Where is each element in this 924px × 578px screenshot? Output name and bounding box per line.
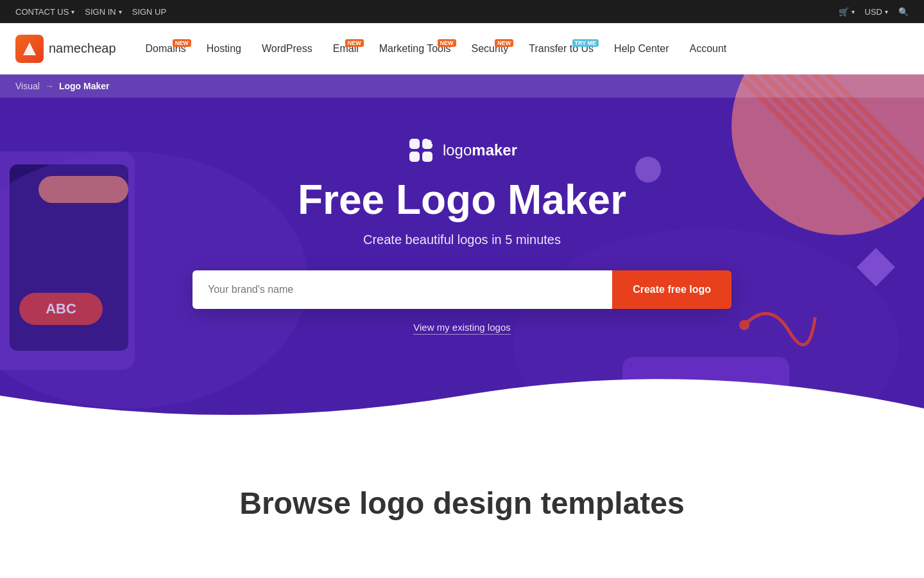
domains-badge: NEW <box>173 39 191 47</box>
svg-rect-34 <box>422 152 432 162</box>
browse-title: Browse logo design templates <box>15 486 909 521</box>
transfer-badge: TRY ME <box>572 39 599 47</box>
cart-icon: 🛒 <box>839 7 849 17</box>
nav-item-account[interactable]: Account <box>680 38 735 60</box>
sign-in-link[interactable]: SIGN IN ▾ <box>85 7 121 17</box>
nav-item-email[interactable]: NEW Email <box>324 38 368 60</box>
sign-up-link[interactable]: SIGN UP <box>132 7 166 17</box>
hero-subtitle: Create beautiful logos in 5 minutes <box>363 232 561 247</box>
svg-rect-31 <box>409 139 420 149</box>
hero-content: logomaker Free Logo Maker Create beautif… <box>0 98 924 434</box>
security-badge: NEW <box>495 39 513 47</box>
search-icon: 🔍 <box>898 7 909 17</box>
breadcrumb-visual-link[interactable]: Visual <box>15 81 40 91</box>
nav-item-hosting[interactable]: Hosting <box>198 38 250 60</box>
namecheap-logo-text: namecheap <box>49 41 116 56</box>
logomaker-brand: logomaker <box>407 136 517 164</box>
marketing-badge: NEW <box>438 39 456 47</box>
brand-name-form: Create free logo <box>193 270 732 309</box>
brand-name-input[interactable] <box>193 270 612 309</box>
nav-item-marketing[interactable]: NEW Marketing Tools <box>370 38 460 60</box>
logomaker-icon <box>407 136 435 164</box>
signin-dropdown-arrow: ▾ <box>119 8 122 15</box>
contact-dropdown-arrow: ▾ <box>71 8 74 15</box>
breadcrumb: Visual → Logo Maker <box>0 74 924 98</box>
svg-rect-33 <box>409 152 420 162</box>
namecheap-logo-icon <box>15 35 44 63</box>
top-bar-left: CONTACT US ▾ SIGN IN ▾ SIGN UP <box>15 7 166 17</box>
cart-dropdown-arrow: ▾ <box>851 8 855 15</box>
nav-item-wordpress[interactable]: WordPress <box>253 38 321 60</box>
nav-links: NEW Domains Hosting WordPress NEW Email … <box>137 38 909 60</box>
top-bar-right: 🛒 ▾ USD ▾ 🔍 <box>839 7 909 17</box>
logomaker-text: logomaker <box>443 141 517 159</box>
hero-section: ABC E F <box>0 74 924 434</box>
contact-us-link[interactable]: CONTACT US ▾ <box>15 7 74 17</box>
email-badge: NEW <box>345 39 364 47</box>
logo-area[interactable]: namecheap <box>15 35 116 63</box>
browse-section: Browse logo design templates <box>0 434 924 559</box>
search-icon-link[interactable]: 🔍 <box>898 7 909 17</box>
main-nav: namecheap NEW Domains Hosting WordPress … <box>0 23 924 74</box>
nav-item-transfer[interactable]: TRY ME Transfer to Us <box>520 38 603 60</box>
currency-selector[interactable]: USD ▾ <box>865 7 888 17</box>
nav-item-help[interactable]: Help Center <box>605 38 678 60</box>
top-bar: CONTACT US ▾ SIGN IN ▾ SIGN UP 🛒 ▾ USD ▾… <box>0 0 924 23</box>
currency-dropdown-arrow: ▾ <box>885 8 888 15</box>
view-existing-logos-link[interactable]: View my existing logos <box>413 322 510 335</box>
breadcrumb-separator: → <box>45 81 54 91</box>
nav-item-security[interactable]: NEW Security <box>463 38 518 60</box>
nav-item-domains[interactable]: NEW Domains <box>137 38 195 60</box>
breadcrumb-current: Logo Maker <box>59 81 110 91</box>
hero-title: Free Logo Maker <box>298 177 626 222</box>
create-free-logo-button[interactable]: Create free logo <box>612 270 732 309</box>
cart-link[interactable]: 🛒 ▾ <box>839 7 855 17</box>
